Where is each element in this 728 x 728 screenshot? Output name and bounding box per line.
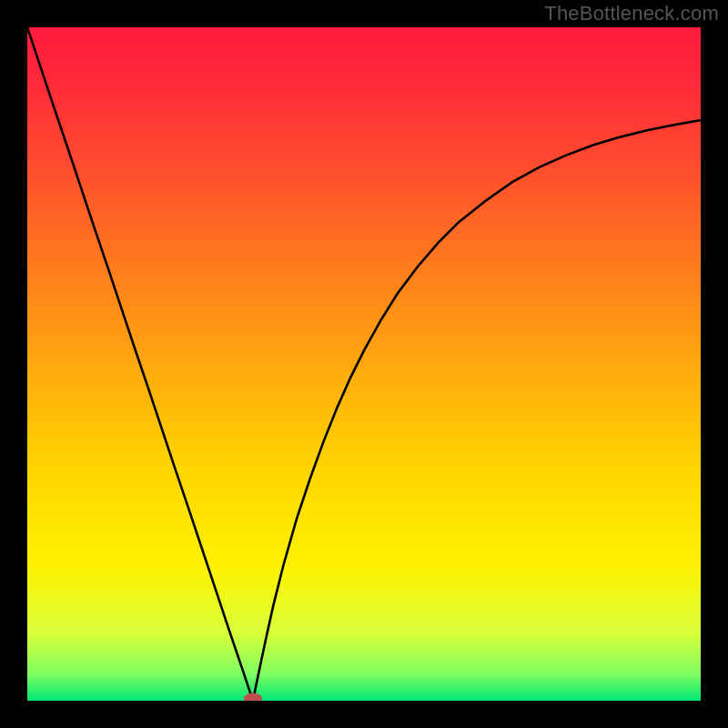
chart-frame: TheBottleneck.com [0,0,728,728]
plot-area [27,27,701,701]
watermark-label: TheBottleneck.com [544,2,719,25]
chart-svg [27,27,701,701]
gradient-background [27,27,701,701]
